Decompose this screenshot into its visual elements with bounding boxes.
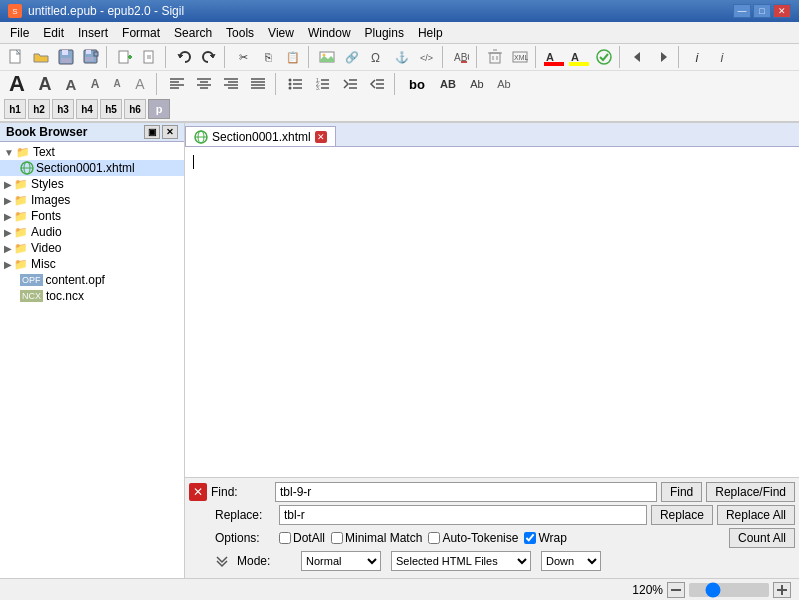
h5-button[interactable]: h5: [100, 99, 122, 119]
new-button[interactable]: [4, 46, 28, 68]
undo-button[interactable]: [172, 46, 196, 68]
tree-audio-folder[interactable]: ▶ 📁 Audio: [0, 224, 184, 240]
h2-button[interactable]: h2: [28, 99, 50, 119]
auto-tokenise-checkbox[interactable]: [428, 532, 440, 544]
auto-tokenise-option[interactable]: Auto-Tokenise: [428, 531, 518, 545]
redo-button[interactable]: [197, 46, 221, 68]
bold-format-button[interactable]: bo: [403, 73, 431, 95]
insert-anchor-button[interactable]: ⚓: [390, 46, 414, 68]
h6-button[interactable]: h6: [124, 99, 146, 119]
zoom-minus-button[interactable]: [667, 582, 685, 598]
paste-button[interactable]: 📋: [281, 46, 305, 68]
text-size-subscript[interactable]: A: [129, 73, 151, 95]
h4-button[interactable]: h4: [76, 99, 98, 119]
dot-all-checkbox[interactable]: [279, 532, 291, 544]
menu-insert[interactable]: Insert: [72, 24, 114, 42]
wrap-option[interactable]: Wrap: [524, 531, 566, 545]
menu-window[interactable]: Window: [302, 24, 357, 42]
text-size-largest[interactable]: A: [4, 73, 30, 95]
next-file-button[interactable]: [651, 46, 675, 68]
insert-special-button[interactable]: Ω: [365, 46, 389, 68]
outdent-button[interactable]: [365, 73, 389, 95]
minimize-button[interactable]: —: [733, 4, 751, 18]
align-justify-button[interactable]: [246, 73, 270, 95]
uppercase-button[interactable]: AB: [434, 73, 462, 95]
menu-edit[interactable]: Edit: [37, 24, 70, 42]
find-button[interactable]: Find: [661, 482, 702, 502]
add-existing-button[interactable]: [138, 46, 162, 68]
tree-toc-ncx[interactable]: NCX toc.ncx: [0, 288, 184, 304]
tree-video-folder[interactable]: ▶ 📁 Video: [0, 240, 184, 256]
tree-text-folder[interactable]: ▼ 📁 Text: [0, 144, 184, 160]
scope-select[interactable]: Current File Selected HTML Files All HTM…: [391, 551, 531, 571]
indent-button[interactable]: [338, 73, 362, 95]
text-size-large[interactable]: A: [33, 73, 57, 95]
menu-help[interactable]: Help: [412, 24, 449, 42]
align-left-button[interactable]: [165, 73, 189, 95]
align-center-button[interactable]: [192, 73, 216, 95]
menu-plugins[interactable]: Plugins: [359, 24, 410, 42]
tree-misc-folder[interactable]: ▶ 📁 Misc: [0, 256, 184, 272]
p-button[interactable]: p: [148, 99, 170, 119]
zoom-plus-button[interactable]: [773, 582, 791, 598]
count-all-button[interactable]: Count All: [729, 528, 795, 548]
bg-color-button[interactable]: A: [567, 46, 591, 68]
tree-images-folder[interactable]: ▶ 📁 Images: [0, 192, 184, 208]
tree-section0001[interactable]: Section0001.xhtml: [0, 160, 184, 176]
collapse-icon[interactable]: [215, 554, 229, 568]
tab-section0001[interactable]: Section0001.xhtml ✕: [185, 126, 336, 146]
italic2-button[interactable]: i: [710, 46, 734, 68]
wrap-checkbox[interactable]: [524, 532, 536, 544]
panel-close-button[interactable]: ✕: [162, 125, 178, 139]
font-color-button[interactable]: A: [542, 46, 566, 68]
dot-all-option[interactable]: DotAll: [279, 531, 325, 545]
replace-all-button[interactable]: Replace All: [717, 505, 795, 525]
maximize-button[interactable]: □: [753, 4, 771, 18]
text-size-medium[interactable]: A: [60, 73, 82, 95]
spellcheck-button[interactable]: ABC: [449, 46, 473, 68]
mode-select[interactable]: Normal Regex Spell Check: [301, 551, 381, 571]
capitalize-button[interactable]: Ab: [465, 73, 489, 95]
validate-button[interactable]: [592, 46, 616, 68]
tree-styles-folder[interactable]: ▶ 📁 Styles: [0, 176, 184, 192]
direction-select[interactable]: Up Down: [541, 551, 601, 571]
insert-img-button[interactable]: [315, 46, 339, 68]
open-button[interactable]: [29, 46, 53, 68]
menu-search[interactable]: Search: [168, 24, 218, 42]
menu-file[interactable]: File: [4, 24, 35, 42]
replace-button[interactable]: Replace: [651, 505, 713, 525]
tree-content-opf[interactable]: OPF content.opf: [0, 272, 184, 288]
lowercase-button[interactable]: Ab: [492, 73, 516, 95]
tab-close-button[interactable]: ✕: [315, 131, 327, 143]
ordered-list-button[interactable]: 1.2.3.: [311, 73, 335, 95]
close-find-button[interactable]: ✕: [189, 483, 207, 501]
cut-button[interactable]: ✂: [231, 46, 255, 68]
replace-input[interactable]: [279, 505, 647, 525]
replace-find-button[interactable]: Replace/Find: [706, 482, 795, 502]
tree-fonts-folder[interactable]: ▶ 📁 Fonts: [0, 208, 184, 224]
copy-button[interactable]: ⎘: [256, 46, 280, 68]
prev-file-button[interactable]: [626, 46, 650, 68]
menu-format[interactable]: Format: [116, 24, 166, 42]
text-size-small[interactable]: A: [85, 73, 105, 95]
menu-view[interactable]: View: [262, 24, 300, 42]
save-all-button[interactable]: [79, 46, 103, 68]
zoom-slider[interactable]: [689, 583, 769, 597]
insert-close-tag-button[interactable]: </>: [415, 46, 439, 68]
text-size-smaller[interactable]: A: [108, 73, 126, 95]
h1-button[interactable]: h1: [4, 99, 26, 119]
well-formed-button[interactable]: XML: [508, 46, 532, 68]
find-input[interactable]: [275, 482, 657, 502]
minimal-match-option[interactable]: Minimal Match: [331, 531, 422, 545]
delete-unused-button[interactable]: [483, 46, 507, 68]
unordered-list-button[interactable]: [284, 73, 308, 95]
insert-link-button[interactable]: 🔗: [340, 46, 364, 68]
italic1-button[interactable]: i: [685, 46, 709, 68]
close-button[interactable]: ✕: [773, 4, 791, 18]
save-button[interactable]: [54, 46, 78, 68]
h3-button[interactable]: h3: [52, 99, 74, 119]
menu-tools[interactable]: Tools: [220, 24, 260, 42]
editor-content[interactable]: [185, 147, 799, 477]
minimal-match-checkbox[interactable]: [331, 532, 343, 544]
panel-float-button[interactable]: ▣: [144, 125, 160, 139]
